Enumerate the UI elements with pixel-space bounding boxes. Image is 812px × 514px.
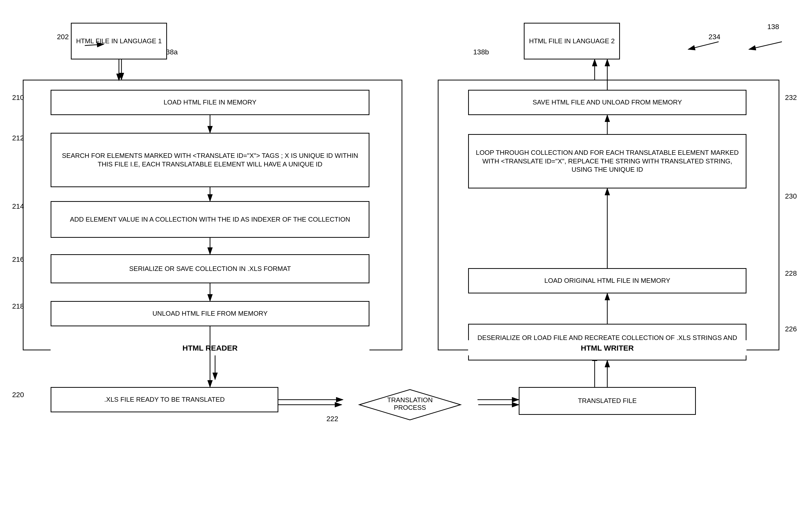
loop-through-box: LOOP THROUGH COLLECTION AND FOR EACH TRA… [468, 134, 747, 188]
ref-220: 220 [12, 391, 24, 399]
ref-202: 202 [57, 33, 69, 41]
html-writer-label: HTML WRITER [468, 340, 747, 355]
html-file-lang2-box: HTML FILE IN LANGUAGE 2 [524, 23, 620, 59]
load-html-box: LOAD HTML FILE IN MEMORY [51, 90, 370, 115]
svg-text:PROCESS: PROCESS [394, 404, 426, 411]
load-original-box: LOAD ORIGINAL HTML FILE IN MEMORY [468, 268, 747, 294]
ref-226: 226 [785, 325, 797, 333]
xls-ready-box: .XLS FILE READY TO BE TRANSLATED [51, 387, 278, 412]
ref-218: 218 [12, 302, 24, 310]
ref-228: 228 [785, 269, 797, 277]
ref-214: 214 [12, 202, 24, 210]
ref-212: 212 [12, 134, 24, 142]
ref-222: 222 [326, 415, 338, 423]
ref-138: 138 [767, 23, 779, 31]
unload-box: UNLOAD HTML FILE FROM MEMORY [51, 301, 370, 326]
ref-216: 216 [12, 255, 24, 264]
add-element-box: ADD ELEMENT VALUE IN A COLLECTION WITH T… [51, 201, 370, 238]
translated-file-box: TRANSLATED FILE [519, 387, 696, 415]
ref-230: 230 [785, 192, 797, 200]
serialize-box: SERIALIZE OR SAVE COLLECTION IN .XLS FOR… [51, 254, 370, 283]
translation-diamond: TRANSLATION PROCESS [342, 388, 478, 421]
ref-210: 210 [12, 94, 24, 102]
search-elements-box: SEARCH FOR ELEMENTS MARKED WITH <TRANSLA… [51, 133, 370, 187]
html-reader-label: HTML READER [51, 340, 370, 355]
diagram-container: 138 202 138a 138b 234 HTML FILE IN LANGU… [0, 0, 812, 514]
html-writer-container [438, 80, 779, 350]
svg-line-33 [688, 42, 719, 49]
svg-text:TRANSLATION: TRANSLATION [387, 396, 433, 404]
ref-234: 234 [708, 33, 720, 41]
ref-138b: 138b [473, 48, 489, 56]
html-file-lang1-box: HTML FILE IN LANGUAGE 1 [71, 23, 167, 59]
save-html-box: SAVE HTML FILE AND UNLOAD FROM MEMORY [468, 90, 747, 115]
ref-232: 232 [785, 94, 797, 102]
svg-line-31 [749, 42, 782, 49]
